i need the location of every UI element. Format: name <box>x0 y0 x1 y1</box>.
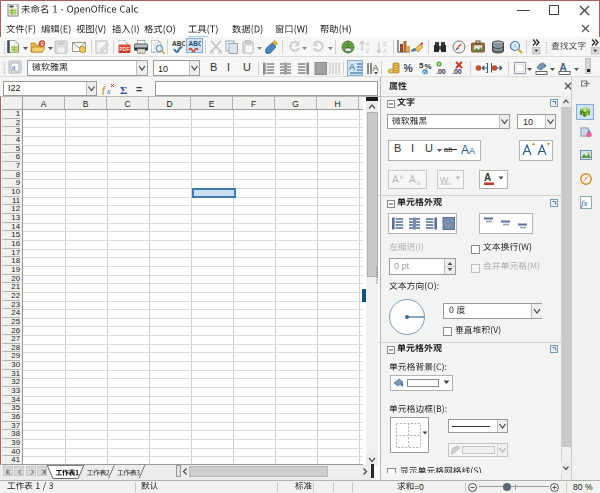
svg-text:b: b <box>400 174 404 180</box>
svg-text:Σ: Σ <box>120 84 127 96</box>
svg-text:A: A <box>383 48 387 54</box>
svg-text:A: A <box>366 41 370 47</box>
svg-text:A: A <box>484 172 491 183</box>
svg-text:=: = <box>136 83 142 95</box>
svg-text:.00: .00 <box>436 68 446 75</box>
svg-text:=0: =0 <box>414 482 424 492</box>
svg-text:A: A <box>560 62 567 73</box>
svg-text:fx: fx <box>581 198 588 208</box>
svg-text:A: A <box>373 63 379 73</box>
svg-text:ABC: ABC <box>172 40 185 47</box>
svg-text:.00: .00 <box>452 68 462 75</box>
svg-text:x: x <box>106 87 111 96</box>
svg-text:A: A <box>461 143 469 157</box>
svg-text:A: A <box>409 174 416 185</box>
svg-text:Z: Z <box>366 48 370 54</box>
svg-text:PDF: PDF <box>120 46 130 52</box>
svg-text:A: A <box>469 146 475 156</box>
svg-text:A: A <box>392 174 399 185</box>
svg-text:%: % <box>404 62 413 74</box>
svg-text:ABC: ABC <box>189 40 202 47</box>
svg-text:Z: Z <box>383 41 387 47</box>
svg-text:b: b <box>417 180 421 186</box>
svg-text:A: A <box>349 62 355 72</box>
